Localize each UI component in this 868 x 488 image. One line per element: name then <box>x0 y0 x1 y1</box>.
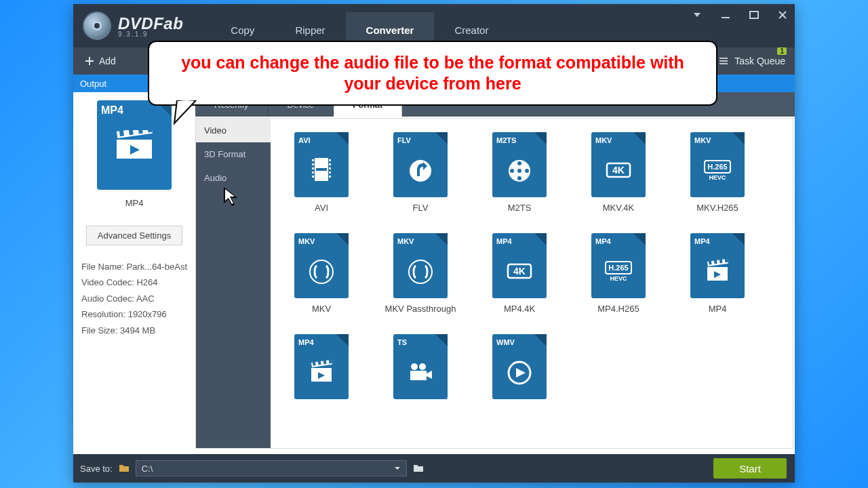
format-item[interactable]: M2TSM2TS <box>489 132 550 213</box>
svg-rect-21 <box>312 163 314 165</box>
format-item[interactable]: FLVFLV <box>390 132 451 213</box>
format-item[interactable]: MP4MP4 <box>687 233 748 314</box>
format-item[interactable]: MKVMKV <box>291 233 352 314</box>
format-file-icon: TS <box>393 334 448 399</box>
format-item[interactable]: MP4 <box>291 334 352 405</box>
dropdown-icon[interactable] <box>689 8 705 24</box>
format-item[interactable]: MP4H.265HEVCMP4.H265 <box>588 233 649 314</box>
save-path-select[interactable]: C:\ <box>136 460 407 476</box>
folder-icon <box>118 462 130 474</box>
format-label: MP4 <box>709 304 727 314</box>
format-item[interactable]: MKVMKV Passthrough <box>390 233 451 314</box>
svg-rect-1 <box>750 12 758 18</box>
format-item[interactable]: MKV4KMKV.4K <box>588 132 649 213</box>
brackets-icon <box>306 255 337 286</box>
svg-rect-28 <box>329 171 331 174</box>
flash-icon <box>405 154 436 185</box>
format-item[interactable]: MP44KMP4.4K <box>489 233 550 314</box>
start-button[interactable]: Start <box>713 458 787 479</box>
svg-rect-23 <box>312 171 314 174</box>
format-file-icon: MP44K <box>492 233 547 298</box>
format-item[interactable]: AVIAVI <box>291 132 352 213</box>
format-tag: MP4 <box>496 237 512 245</box>
svg-rect-29 <box>329 176 331 178</box>
svg-text:4K: 4K <box>612 165 625 176</box>
format-label: MKV.H265 <box>696 203 738 213</box>
play-circle-icon <box>504 356 535 387</box>
format-tag: MP4 <box>694 237 710 245</box>
clapperboard-icon <box>115 130 153 160</box>
format-label: MKV.4K <box>603 203 635 213</box>
format-file-icon: MKVH.265HEVC <box>690 132 745 197</box>
svg-text:HEVC: HEVC <box>709 174 726 181</box>
task-queue-button[interactable]: 1 Task Queue <box>718 56 785 66</box>
task-queue-label: Task Queue <box>734 56 785 66</box>
annotation-bubble: you can change the audio file to be the … <box>148 41 717 106</box>
minimize-icon[interactable] <box>717 8 734 24</box>
tile-label: MP4 <box>125 198 144 208</box>
4k-icon: 4K <box>603 154 634 185</box>
svg-marker-66 <box>427 371 432 379</box>
list-icon <box>718 56 729 66</box>
format-tag: MKV <box>694 136 711 144</box>
format-tag: M2TS <box>496 136 516 144</box>
current-profile-tile[interactable]: MP4 <box>97 100 172 190</box>
file-meta: File Name: Park...64-beAst Video Codec: … <box>79 259 187 338</box>
format-item[interactable]: TS <box>390 334 451 405</box>
svg-text:HEVC: HEVC <box>610 275 627 282</box>
format-label: MKV <box>312 304 331 314</box>
meta-resolution: Resolution: 1920x796 <box>81 306 187 322</box>
format-item[interactable]: MKVH.265HEVCMKV.H265 <box>687 132 748 213</box>
cat-3d[interactable]: 3D Format <box>196 142 271 166</box>
format-file-icon: MP4 <box>294 334 349 399</box>
bubble-tail-icon <box>173 100 200 125</box>
svg-rect-25 <box>329 159 331 161</box>
svg-point-34 <box>517 176 521 180</box>
plus-icon <box>84 56 95 66</box>
svg-text:4K: 4K <box>513 266 526 277</box>
annotation-text: you can change the audio file to be the … <box>161 52 704 95</box>
clapperboard-icon <box>306 356 337 387</box>
maximize-icon[interactable] <box>746 8 762 24</box>
svg-point-42 <box>310 260 333 283</box>
cat-video[interactable]: Video <box>196 119 271 142</box>
save-section: Save to: C:\ <box>80 460 425 476</box>
svg-rect-19 <box>316 168 327 171</box>
format-tag: MKV <box>397 237 414 245</box>
format-tag: AVI <box>298 136 311 144</box>
svg-rect-22 <box>312 167 314 169</box>
save-path-value: C:\ <box>142 464 153 474</box>
format-item[interactable]: WMV <box>489 334 550 405</box>
format-tag: WMV <box>496 338 515 346</box>
open-folder-icon[interactable] <box>412 462 425 474</box>
main-area: MP4 MP4 Advanced Settings File Name: Par… <box>73 92 795 454</box>
format-tag: MKV <box>595 136 612 144</box>
side-panel: MP4 MP4 Advanced Settings File Name: Par… <box>73 92 195 454</box>
format-grid[interactable]: AVIAVIFLVFLVM2TSM2TSMKV4KMKV.4KMKVH.265H… <box>271 119 793 448</box>
svg-rect-27 <box>329 167 331 169</box>
disc-icon <box>83 12 111 40</box>
meta-filesize: File Size: 3494 MB <box>81 323 187 338</box>
film-icon <box>306 154 337 185</box>
close-icon[interactable] <box>774 8 791 24</box>
clapperboard-icon <box>702 255 733 286</box>
format-file-icon: M2TS <box>492 132 547 197</box>
format-row: AVIAVIFLVFLVM2TSM2TSMKV4KMKV.4KMKVH.265H… <box>291 132 779 213</box>
svg-rect-65 <box>410 371 427 380</box>
format-file-icon: MP4 <box>690 233 745 298</box>
format-file-icon: MKV <box>393 233 448 298</box>
format-label: AVI <box>315 203 328 213</box>
camera-icon <box>405 356 436 387</box>
svg-point-64 <box>419 363 426 370</box>
format-row: MP4TSWMV <box>291 334 779 405</box>
task-count-badge: 1 <box>777 47 787 55</box>
category-column: Video 3D Format Audio <box>196 119 271 448</box>
add-button[interactable]: Add <box>73 47 127 75</box>
brackets-icon <box>405 255 436 286</box>
svg-marker-68 <box>516 368 526 378</box>
format-row: MKVMKVMKVMKV PassthroughMP44KMP4.4KMP4H.… <box>291 233 779 314</box>
format-label: MP4.H265 <box>597 304 639 314</box>
window-controls <box>689 8 791 24</box>
advanced-settings-button[interactable]: Advanced Settings <box>86 226 182 245</box>
svg-text:H.265: H.265 <box>707 163 727 171</box>
